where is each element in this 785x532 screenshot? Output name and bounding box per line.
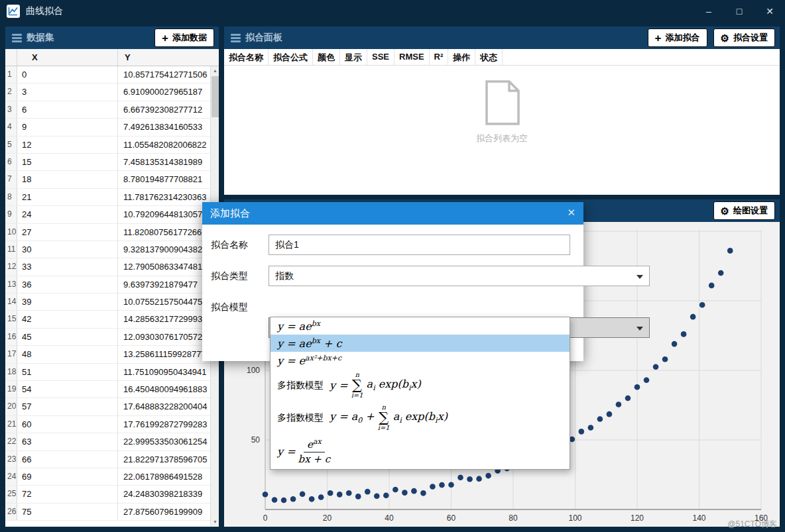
cell-x[interactable]: 60 (17, 416, 118, 433)
table-row[interactable]: 236.910900027965187 (5, 83, 210, 101)
table-row[interactable]: 205717.648883228200404 (5, 398, 210, 415)
cell-y[interactable]: 9.63973921879477 (118, 276, 210, 293)
fit-column-header[interactable]: 操作 (448, 49, 475, 65)
table-row[interactable]: 6157.458135314381989 (5, 154, 210, 171)
cell-x[interactable]: 63 (17, 433, 118, 450)
cell-y[interactable]: 27.87560796199909 (118, 504, 210, 520)
dropdown-option[interactable]: 多指数模型 y = a0 + n∑i=1ai exp(bix) (271, 401, 570, 434)
cell-x[interactable]: 51 (17, 364, 118, 380)
minimize-button[interactable]: – (694, 0, 724, 23)
table-row[interactable]: 267527.87560796199909 (5, 504, 210, 521)
table-row[interactable]: 1010.857175412771506 (5, 66, 210, 83)
cell-y[interactable]: 11.82080756177266 (118, 224, 210, 240)
cell-x[interactable]: 33 (17, 258, 118, 275)
table-row[interactable]: 174813.258611159928777 (5, 346, 210, 363)
cell-x[interactable]: 45 (17, 329, 118, 345)
cell-y[interactable]: 10.792096448130579 (118, 206, 210, 223)
fit-type-select[interactable]: 指数 (269, 266, 650, 286)
cell-x[interactable]: 3 (17, 83, 118, 100)
cell-x[interactable]: 9 (17, 119, 118, 135)
fit-column-header[interactable]: 显示 (340, 49, 367, 65)
cell-y[interactable]: 11.781762314230363 (118, 189, 210, 205)
plot-settings-button[interactable]: ⚙ 绘图设置 (713, 201, 775, 220)
table-row[interactable]: 123312.79050863347481 (5, 258, 210, 276)
cell-y[interactable]: 10.075521575044759 (118, 293, 210, 310)
add-data-button[interactable]: + 添加数据 (154, 28, 214, 47)
cell-y[interactable]: 7.492613834160533 (118, 119, 210, 135)
cell-x[interactable]: 39 (17, 293, 118, 310)
cell-x[interactable]: 69 (17, 468, 118, 485)
cell-y[interactable]: 11.055482082006822 (118, 136, 210, 153)
cell-y[interactable]: 7.458135314381989 (118, 154, 210, 170)
fit-settings-button[interactable]: ⚙ 拟合设置 (713, 28, 775, 47)
cell-x[interactable]: 18 (17, 171, 118, 187)
table-row[interactable]: 246922.06178986491528 (5, 468, 210, 486)
table-row[interactable]: 185111.751090950434941 (5, 364, 210, 381)
table-row[interactable]: 216017.761992872799283 (5, 416, 210, 433)
table-row[interactable]: 236621.822971378596705 (5, 451, 210, 468)
scroll-up-icon[interactable]: ▲ (211, 66, 219, 76)
cell-y[interactable]: 13.258611159928777 (118, 346, 210, 362)
cell-x[interactable]: 6 (17, 101, 118, 118)
cell-y[interactable]: 22.06178986491528 (118, 468, 210, 485)
cell-x[interactable]: 42 (17, 311, 118, 327)
scrollbar-thumb[interactable] (211, 76, 219, 117)
dropdown-option[interactable]: y = aebx + c (271, 335, 570, 352)
dropdown-option[interactable]: y = eax²+bx+c (271, 352, 570, 369)
cell-y[interactable]: 10.857175412771506 (118, 66, 210, 83)
cell-x[interactable]: 30 (17, 241, 118, 258)
column-header-y[interactable]: Y (118, 49, 219, 66)
cell-x[interactable]: 54 (17, 381, 118, 398)
fit-column-header[interactable]: SSE (367, 49, 394, 65)
cell-y[interactable]: 16.450480094961883 (118, 381, 210, 398)
table-row[interactable]: 497.492613834160533 (5, 119, 210, 136)
fit-column-header[interactable]: 状态 (475, 49, 503, 65)
cell-x[interactable]: 12 (17, 136, 118, 153)
add-fit-button[interactable]: + 添加拟合 (648, 28, 707, 47)
fit-column-header[interactable]: RMSE (394, 49, 430, 65)
table-row[interactable]: 164512.09303076170572 (5, 329, 210, 346)
column-header-x[interactable]: X (17, 49, 118, 66)
fit-column-header[interactable]: 拟合名称 (224, 49, 269, 65)
cell-y[interactable]: 12.09303076170572 (118, 329, 210, 345)
dropdown-option[interactable]: y = eaxbx + c (271, 434, 570, 469)
cell-y[interactable]: 8.780194877708821 (118, 171, 210, 187)
cell-x[interactable]: 0 (17, 66, 118, 83)
cell-x[interactable]: 48 (17, 346, 118, 362)
cell-y[interactable]: 21.822971378596705 (118, 451, 210, 468)
cell-x[interactable]: 72 (17, 486, 118, 502)
dropdown-option[interactable]: 多指数模型 y = n∑i=1ai exp(bix) (271, 369, 570, 401)
table-row[interactable]: 7188.780194877708821 (5, 171, 210, 188)
cell-x[interactable]: 66 (17, 451, 118, 468)
table-row[interactable]: 226322.999533503061254 (5, 433, 210, 451)
fit-name-input[interactable] (269, 235, 570, 255)
table-row[interactable]: 154214.285632177299931 (5, 311, 210, 328)
cell-y[interactable]: 14.285632177299931 (118, 311, 210, 327)
cell-x[interactable]: 21 (17, 189, 118, 205)
cell-y[interactable]: 24.24830398218339 (118, 486, 210, 502)
cell-x[interactable]: 24 (17, 206, 118, 223)
dropdown-option[interactable]: y = aebx (271, 317, 570, 335)
cell-y[interactable]: 22.999533503061254 (118, 433, 210, 450)
cell-y[interactable]: 17.761992872799283 (118, 416, 210, 433)
cell-x[interactable]: 36 (17, 276, 118, 293)
table-row[interactable]: 257224.24830398218339 (5, 486, 210, 503)
table-row[interactable]: 82111.781762314230363 (5, 189, 210, 206)
cell-y[interactable]: 12.79050863347481 (118, 258, 210, 275)
fit-column-header[interactable]: R² (430, 49, 449, 65)
cell-y[interactable]: 9.328137900904382 (118, 241, 210, 258)
cell-y[interactable]: 6.910900027965187 (118, 83, 210, 100)
fit-column-header[interactable]: 颜色 (313, 49, 340, 65)
cell-y[interactable]: 11.751090950434941 (118, 364, 210, 380)
cell-y[interactable]: 6.667392308277712 (118, 101, 210, 118)
cell-x[interactable]: 15 (17, 154, 118, 170)
table-row[interactable]: 143910.075521575044759 (5, 293, 210, 311)
fit-column-header[interactable]: 拟合公式 (269, 49, 313, 65)
table-row[interactable]: 13369.63973921879477 (5, 276, 210, 293)
close-button[interactable]: ✕ (755, 0, 785, 23)
scroll-down-icon[interactable]: ▼ (211, 517, 219, 527)
dialog-header[interactable]: 添加拟合 ✕ (202, 202, 583, 225)
cell-x[interactable]: 27 (17, 224, 118, 240)
table-row[interactable]: 366.667392308277712 (5, 101, 210, 119)
table-row[interactable]: 11309.328137900904382 (5, 241, 210, 258)
